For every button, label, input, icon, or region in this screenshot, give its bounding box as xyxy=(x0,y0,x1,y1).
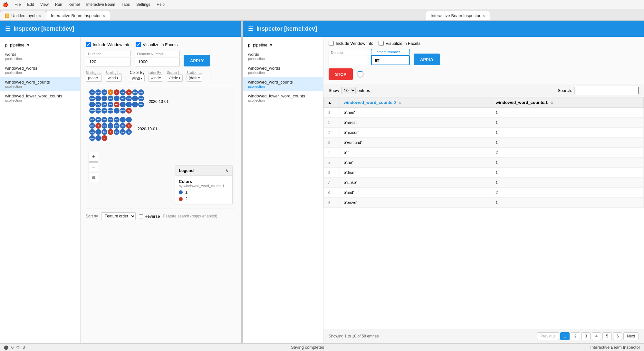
row-num-cell: 2 xyxy=(324,128,340,138)
row-col0-cell: b'reason' xyxy=(340,128,492,138)
sidebar-right-windowed-words[interactable]: windowed_words pcollection xyxy=(243,63,323,77)
col-header-col0[interactable]: windowed_word_counts.0 ⇅ xyxy=(340,97,492,108)
sidebar-left-lower-word-counts[interactable]: windowed_lower_word_counts pcollection xyxy=(0,91,80,105)
menu-help[interactable]: Help xyxy=(154,2,167,7)
left-binning-select-1[interactable]: (non▾ xyxy=(86,75,102,82)
status-bar: ⬤ 0 ⚙ 3 Saving completed Interactive Bea… xyxy=(0,343,644,351)
right-pipeline-dropdown[interactable]: p pipeline ▾ xyxy=(243,41,323,49)
left-scatter-select-1[interactable]: (defe ▾ xyxy=(167,75,182,82)
left-element-number-input[interactable] xyxy=(135,57,180,66)
right-stop-button[interactable]: STOP xyxy=(329,68,353,80)
page-button-1[interactable]: 1 xyxy=(560,332,570,340)
left-include-window-checkbox[interactable] xyxy=(86,42,91,47)
left-sort-select[interactable]: Feature order xyxy=(101,212,136,220)
sidebar-right-windowed-words-type: pcollection xyxy=(248,71,318,75)
tab-inspector-left[interactable]: Interactive Beam Inspector × xyxy=(46,11,110,20)
left-zoom-out-button[interactable]: − xyxy=(89,162,98,172)
page-button-5[interactable]: 5 xyxy=(602,332,612,340)
left-include-window-label[interactable]: Include Window Info xyxy=(86,42,130,47)
left-visualize-facets-checkbox[interactable] xyxy=(136,42,141,47)
menu-settings[interactable]: Settings xyxy=(134,2,153,7)
left-legend-collapse-icon[interactable]: ∧ xyxy=(225,168,228,173)
right-entries-select[interactable]: 10 25 50 xyxy=(341,87,356,94)
left-more-button[interactable]: ⋮ xyxy=(206,73,214,80)
tab-notebook[interactable]: 📒 Untitled.ipynb × xyxy=(0,11,46,20)
left-label-by-select[interactable]: wind ▾ xyxy=(149,75,163,82)
left-legend-header[interactable]: Legend ∧ xyxy=(175,165,232,176)
tab-inspector-right-close[interactable]: × xyxy=(482,13,485,18)
right-visualize-facets-label[interactable]: Visualize in Facets xyxy=(379,41,420,46)
menu-interactive-beam[interactable]: Interactive Beam xyxy=(84,2,118,7)
left-zoom-fit-button[interactable]: ⊡ xyxy=(89,173,98,182)
table-row: 3 b'Edmund' 1 xyxy=(324,138,644,148)
left-zoom-in-button[interactable]: + xyxy=(89,152,98,162)
col1-label: windowed_word_counts.1 xyxy=(496,100,548,105)
left-binning-select-2[interactable]: wind ▾ xyxy=(106,75,122,82)
row-col0-cell: b'prove' xyxy=(340,198,492,208)
left-pipeline-chevron: ▾ xyxy=(27,43,29,47)
bubble-dot xyxy=(120,117,126,123)
left-apply-button[interactable]: APPLY xyxy=(184,55,210,66)
menu-file[interactable]: File xyxy=(12,2,23,7)
sidebar-left-windowed-words[interactable]: windowed_words pcollection xyxy=(0,63,80,77)
left-color-by-select[interactable]: wind ▾ xyxy=(130,75,145,82)
left-date-2: 2020-10-01 xyxy=(138,127,157,131)
menu-edit[interactable]: Edit xyxy=(24,2,36,7)
right-hamburger-icon[interactable]: ☰ xyxy=(248,25,253,32)
left-color-by-group: Color By wind ▾ xyxy=(130,70,145,82)
left-hamburger-icon[interactable]: ☰ xyxy=(5,25,10,32)
right-include-window-label[interactable]: Include Window Info xyxy=(329,41,373,46)
page-button-6[interactable]: 6 xyxy=(613,332,622,340)
bubble-dot: the xyxy=(101,108,107,114)
tab-inspector-left-label: Interactive Beam Inspector xyxy=(51,13,101,18)
tab-notebook-close[interactable]: × xyxy=(39,13,41,18)
right-search-input[interactable] xyxy=(574,87,639,94)
right-panel: ☰ Inspector [kernel:dev] p pipeline ▾ wo… xyxy=(243,21,644,343)
sidebar-left-words-name: words xyxy=(5,52,75,57)
bubble-dot: when xyxy=(89,95,95,101)
right-visualize-facets-checkbox[interactable] xyxy=(379,41,384,46)
page-button-2[interactable]: 2 xyxy=(571,332,580,340)
bubble-dot: this xyxy=(101,129,107,135)
menu-kernel[interactable]: Kernel xyxy=(66,2,82,7)
left-checkbox-row: Include Window Info Visualize in Facets xyxy=(86,42,236,47)
bubble-dot: her xyxy=(108,102,113,107)
left-duration-input[interactable] xyxy=(86,57,131,66)
page-button-3[interactable]: 3 xyxy=(582,332,591,340)
left-reverse-checkbox[interactable] xyxy=(139,214,143,218)
sidebar-left-words[interactable]: words pcollection xyxy=(0,49,80,63)
sidebar-right-lower-word-counts[interactable]: windowed_lower_word_counts pcollection xyxy=(243,91,323,105)
left-duration-group: Duration xyxy=(86,51,131,66)
right-search-label: Search: xyxy=(558,88,572,93)
next-page-button[interactable]: Next xyxy=(623,332,639,340)
left-panel-header: ☰ Inspector [kernel:dev] xyxy=(0,21,241,37)
left-scatter-label-2: Scatter | ... xyxy=(187,71,202,75)
tab-inspector-left-close[interactable]: × xyxy=(103,13,105,18)
sidebar-left-word-counts[interactable]: windowed_word_counts pcollection xyxy=(0,77,80,91)
sort-arrow-rownum[interactable]: ▲ xyxy=(328,100,332,105)
left-reverse-label[interactable]: Reverse xyxy=(139,214,160,219)
right-element-number-input[interactable] xyxy=(371,55,410,65)
left-scatter-select-2[interactable]: (defe ▾ xyxy=(187,75,202,82)
left-scatter-arrow-2: ▾ xyxy=(198,76,200,80)
left-binning-group-1: Binning | ... (non▾ xyxy=(86,71,102,82)
left-pipeline-dropdown[interactable]: p pipeline ▾ xyxy=(0,41,80,49)
right-duration-input[interactable] xyxy=(329,56,367,65)
page-button-4[interactable]: 4 xyxy=(592,332,601,340)
menu-view[interactable]: View xyxy=(38,2,51,7)
left-visualize-facets-label[interactable]: Visualize in Facets xyxy=(136,42,178,47)
menu-tabs[interactable]: Tabs xyxy=(119,2,132,7)
right-apply-button[interactable]: APPLY xyxy=(414,54,440,65)
col0-sort-icon: ⇅ xyxy=(398,101,401,105)
table-row: 4 b'll' 2 xyxy=(324,148,644,158)
sidebar-right-words[interactable]: words pcollection xyxy=(243,49,323,63)
tab-inspector-right[interactable]: Interactive Beam Inspector × xyxy=(426,11,490,20)
right-include-window-checkbox[interactable] xyxy=(329,41,334,46)
col-header-col1[interactable]: windowed_word_counts.1 ⇅ xyxy=(492,97,644,108)
previous-page-button[interactable]: Previous xyxy=(537,332,559,340)
menu-run[interactable]: Run xyxy=(53,2,65,7)
bubble-dot xyxy=(126,117,132,123)
bubble-dot: she xyxy=(120,123,126,129)
left-reverse-text: Reverse xyxy=(144,214,160,219)
sidebar-right-word-counts[interactable]: windowed_word_counts pcollection xyxy=(243,77,323,91)
